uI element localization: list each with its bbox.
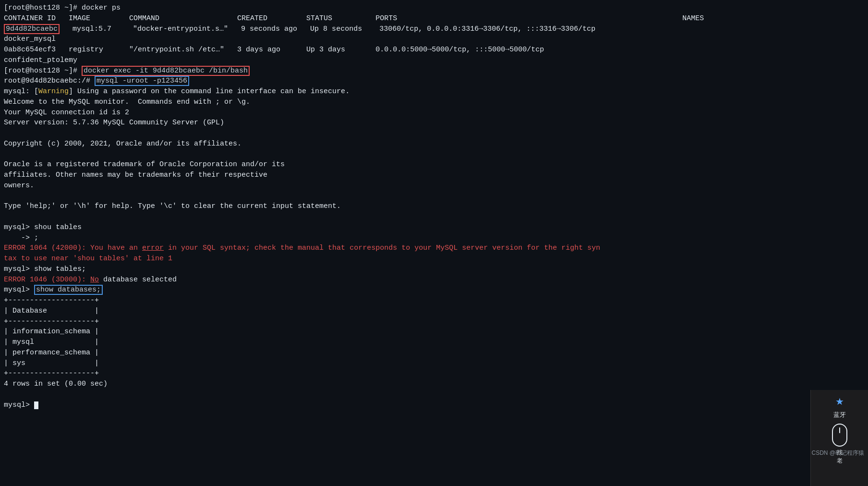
line-db2: | mysql | xyxy=(4,337,864,348)
line-oracle1: Oracle is a registered trademark of Orac… xyxy=(4,159,864,170)
line-table-sep: +--------------------+ xyxy=(4,316,864,327)
exec-cmd-highlight: docker exec -it 9d4d82bcaebc /bin/bash xyxy=(82,66,250,76)
line-table-header: CONTAINER ID IMAGE COMMAND CREATED STATU… xyxy=(4,13,864,24)
line-blank4 xyxy=(4,212,864,222)
line-final-prompt: mysql> xyxy=(4,400,864,411)
mouse-item[interactable]: 找老 xyxy=(832,424,847,465)
csdn-watermark: CSDN @码记程序猿 xyxy=(811,449,864,457)
line-db4: | sys | xyxy=(4,358,864,369)
mysql-cmd-highlight: mysql -uroot -p123456 xyxy=(95,76,189,86)
line-mysql-cmd: root@9d4d82bcaebc:/# mysql -uroot -p1234… xyxy=(4,76,864,86)
line-db3: | performance_schema | xyxy=(4,348,864,358)
line-error1b: tax to use near 'shou tables' at line 1 xyxy=(4,254,864,264)
bluetooth-item[interactable]: ★ 蓝牙 xyxy=(833,395,846,420)
line-connid: Your MySQL connection id is 2 xyxy=(4,108,864,118)
line-oracle2: affiliates. Other names may be trademark… xyxy=(4,170,864,181)
side-panel: ★ 蓝牙 找老 xyxy=(810,390,868,486)
bluetooth-icon: ★ xyxy=(835,395,844,409)
line-table-hdr: | Database | xyxy=(4,306,864,316)
line-row1a: 9d4d82bcaebc mysql:5.7 "docker-entrypoin… xyxy=(4,24,864,35)
line-row1b: docker_mysql xyxy=(4,34,864,45)
line-blank2 xyxy=(4,149,864,160)
terminal: [root@host128 ~]# docker ps CONTAINER ID… xyxy=(0,0,868,486)
container-id-highlight: 9d4d82bcaebc xyxy=(4,24,60,34)
line-docker-ps: [root@host128 ~]# docker ps xyxy=(4,3,864,13)
line-welcome1: Welcome to the MySQL monitor. Commands e… xyxy=(4,97,864,108)
line-blank1 xyxy=(4,128,864,139)
line-blank3 xyxy=(4,191,864,202)
line-show-cmd: mysql> show tables; xyxy=(4,264,864,275)
line-copyright: Copyright (c) 2000, 2021, Oracle and/or … xyxy=(4,139,864,149)
line-help: Type 'help;' or '\h' for help. Type '\c'… xyxy=(4,201,864,212)
line-shou-arrow: -> ; xyxy=(4,233,864,243)
cursor xyxy=(34,401,38,409)
line-table-top: +--------------------+ xyxy=(4,295,864,306)
line-db1: | information_schema | xyxy=(4,327,864,337)
mouse-icon xyxy=(832,424,847,447)
line-shou-cmd: mysql> shou tables xyxy=(4,222,864,233)
line-error2: ERROR 1046 (3D000): No database selected xyxy=(4,275,864,285)
line-warning: mysql: [Warning] Using a password on the… xyxy=(4,86,864,97)
bluetooth-label: 蓝牙 xyxy=(833,411,846,420)
line-show-db: mysql> show databases; xyxy=(4,285,864,295)
line-row2a: 0ab8c654ecf3 registry "/entrypoint.sh /e… xyxy=(4,45,864,55)
line-oracle3: owners. xyxy=(4,181,864,191)
line-row2b: confident_ptolemy xyxy=(4,55,864,66)
line-rows: 4 rows in set (0.00 sec) xyxy=(4,379,864,389)
show-db-highlight: show databases; xyxy=(34,285,103,295)
line-exec-cmd: [root@host128 ~]# docker exec -it 9d4d82… xyxy=(4,66,864,76)
line-blank5 xyxy=(4,389,864,400)
line-version: Server version: 5.7.36 MySQL Community S… xyxy=(4,118,864,128)
line-error1: ERROR 1064 (42000): You have an error in… xyxy=(4,243,864,254)
line-table-bot: +--------------------+ xyxy=(4,368,864,379)
